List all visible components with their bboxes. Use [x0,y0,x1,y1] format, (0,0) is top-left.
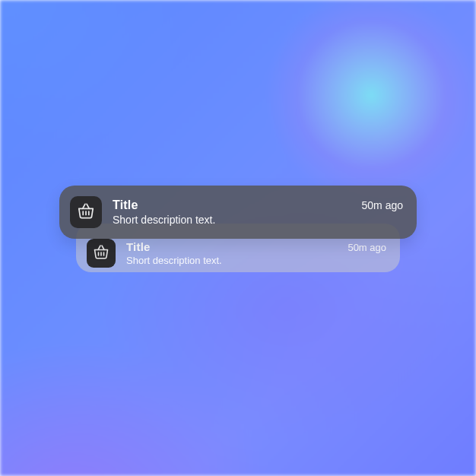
notification-content: Title 50m ago Short description text. [113,198,403,226]
notification-title: Title [113,198,138,212]
notification-card[interactable]: Title 50m ago Short description text. [59,186,417,239]
notification-content: Title 50m ago Short description text. [126,240,386,266]
shopping-basket-icon [76,201,96,224]
shopping-basket-icon [92,243,110,264]
notification-title: Title [126,240,151,253]
notification-time: 50m ago [347,242,386,253]
notification-description: Short description text. [126,255,386,266]
notification-description: Short description text. [113,214,403,226]
notification-time: 50m ago [362,199,403,211]
app-icon-tile [70,196,102,228]
app-icon-tile [87,239,116,268]
